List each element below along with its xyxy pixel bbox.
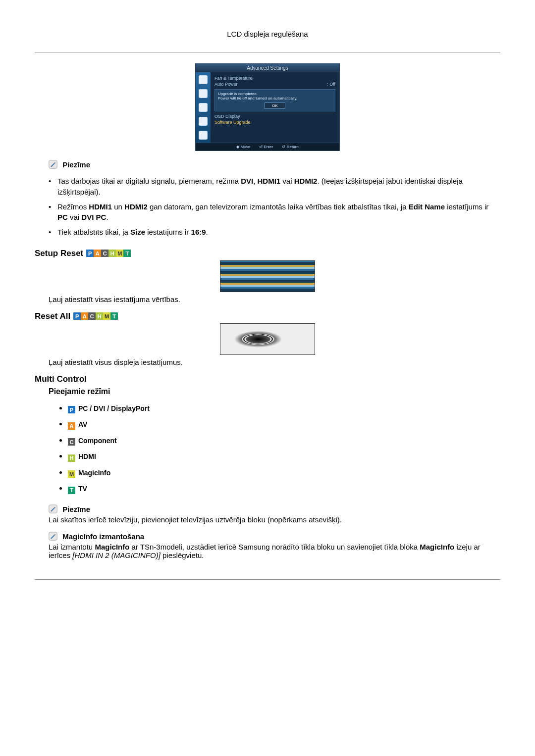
- mode-label: MagicInfo: [78, 469, 110, 477]
- mode-label: AV: [78, 420, 87, 428]
- section-multi-control: Multi Control: [35, 374, 500, 384]
- section-title: Multi Control: [35, 374, 87, 384]
- badge-a-icon: A: [81, 312, 88, 320]
- subsection-title: Pieejamie režīmi: [49, 387, 500, 396]
- section-title: Reset All: [35, 311, 70, 321]
- page-title: LCD displeja regulēšana: [35, 30, 500, 38]
- section-body: Ļauj atiestatīt visas iestatījuma vērtīb…: [35, 295, 500, 303]
- osd-popup-line: Upgrade is completed.: [218, 92, 332, 96]
- divider: [35, 579, 500, 580]
- osd-side-icon: [199, 75, 208, 84]
- osd-footer: ◆ Move ⏎ Enter ↺ Return: [196, 143, 339, 151]
- osd-foot-move: Move: [241, 145, 251, 149]
- badge-m-icon: M: [103, 312, 110, 320]
- osd-item-selected: Software Upgrade: [214, 120, 251, 125]
- badge-a-icon: A: [94, 250, 101, 257]
- osd-side-icon: [199, 103, 208, 112]
- badge-c-icon: C: [88, 312, 96, 320]
- section-title: Setup Reset: [35, 249, 83, 258]
- note-body: Lai skatītos ierīcē televīziju, pievieno…: [35, 515, 500, 524]
- badge-c-icon: C: [101, 250, 108, 257]
- mode-item: TTV: [59, 481, 500, 498]
- pencil-icon: [49, 504, 57, 513]
- badge-a-icon: A: [68, 422, 75, 430]
- badge-c-icon: C: [68, 438, 75, 446]
- badge-t-icon: T: [123, 250, 131, 257]
- decorative-image: [220, 260, 315, 292]
- osd-item: Auto Power: [214, 82, 238, 87]
- mode-label: TV: [78, 485, 87, 493]
- badge-p-icon: P: [68, 406, 75, 413]
- osd-side-icon: [199, 131, 208, 140]
- osd-sidebar: [196, 72, 211, 143]
- badge-h-icon: H: [96, 312, 103, 320]
- section-setup-reset: Setup Reset P A C H M T: [35, 249, 500, 258]
- osd-item: Fan & Temperature: [214, 76, 253, 81]
- mode-item: PPC / DVI / DisplayPort: [59, 401, 500, 417]
- pencil-icon: [49, 160, 57, 169]
- mode-item: MMagicInfo: [59, 465, 500, 482]
- mode-item: AAV: [59, 417, 500, 433]
- mode-label: HDMI: [78, 453, 96, 460]
- modes-list: PPC / DVI / DisplayPortAAVCComponentHHDM…: [35, 401, 500, 498]
- osd-popup: Upgrade is completed. Power will be off …: [214, 89, 335, 111]
- badge-t-icon: T: [68, 487, 75, 494]
- osd-item: OSD Display: [214, 114, 240, 119]
- pencil-icon: [49, 532, 57, 541]
- section-reset-all: Reset All P A C H M T: [35, 311, 500, 321]
- badge-p-icon: P: [86, 250, 94, 257]
- note-item: Tiek atbalstīts tikai, ja Size iestatīju…: [49, 225, 500, 240]
- note-label: Piezīme: [62, 505, 90, 513]
- badge-h-icon: H: [68, 454, 75, 462]
- badge-m-icon: M: [116, 250, 123, 257]
- mode-badges: P A C H M T: [73, 312, 118, 320]
- mode-label: Component: [78, 437, 117, 445]
- osd-ok-button: OK: [265, 102, 285, 109]
- note-label: Piezīme: [62, 160, 90, 169]
- osd-item-value: : Off: [327, 82, 335, 87]
- mode-badges: P A C H M T: [86, 250, 131, 257]
- mode-label: PC / DVI / DisplayPort: [78, 404, 150, 412]
- badge-t-icon: T: [110, 312, 118, 320]
- note-list: Tas darbojas tikai ar digitālu signālu, …: [35, 174, 500, 240]
- section-body: Ļauj atiestatīt visus displeja iestatīju…: [35, 358, 500, 366]
- magicinfo-body: Lai izmantotu MagicInfo ar TSn-3modeli, …: [35, 543, 500, 559]
- osd-popup-line: Power will be off and turned on automati…: [218, 96, 332, 101]
- note-item: Režīmos HDMI1 un HDMI2 gan datoram, gan …: [49, 200, 500, 225]
- osd-side-icon: [199, 117, 208, 126]
- osd-foot-enter: Enter: [264, 145, 273, 149]
- decorative-image: [220, 323, 315, 355]
- badge-p-icon: P: [73, 312, 81, 320]
- osd-side-icon: [199, 89, 208, 98]
- osd-screenshot: Advanced Settings Fan & Temperature Auto…: [195, 63, 340, 151]
- mode-item: HHDMI: [59, 449, 500, 465]
- osd-title: Advanced Settings: [196, 64, 339, 72]
- note-label: MagicInfo izmantošana: [62, 532, 144, 541]
- mode-item: CComponent: [59, 433, 500, 450]
- badge-m-icon: M: [68, 470, 75, 478]
- osd-foot-return: Return: [287, 145, 299, 149]
- badge-h-icon: H: [108, 250, 116, 257]
- note-item: Tas darbojas tikai ar digitālu signālu, …: [49, 174, 500, 200]
- divider: [35, 52, 500, 52]
